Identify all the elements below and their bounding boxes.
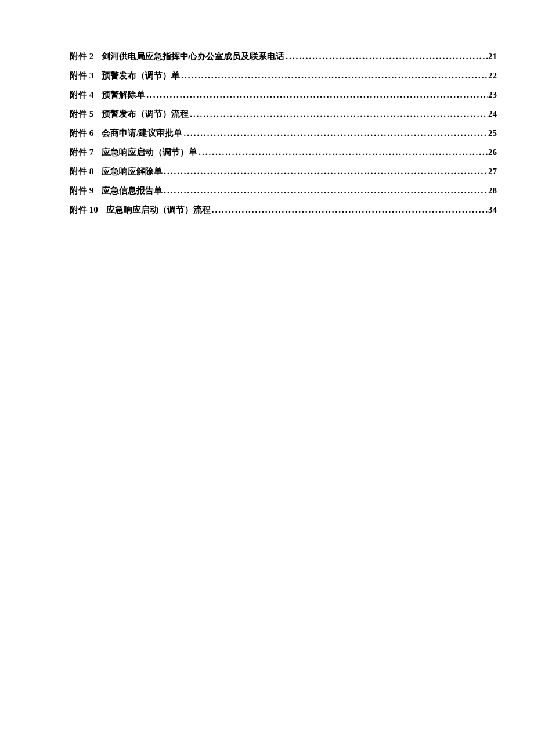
toc-page: 28: [488, 186, 497, 196]
toc-dots: [145, 90, 488, 100]
toc-label: 附件 2: [70, 51, 93, 62]
toc-entry: 附件 3 预警发布（调节）单 22: [70, 70, 497, 81]
toc-page: 34: [488, 205, 497, 215]
toc-label: 附件 7: [70, 147, 93, 158]
toc-label: 附件 8: [70, 166, 93, 177]
toc-entry: 附件 10 应急响应启动（调节）流程 34: [70, 204, 497, 215]
toc-title: 剑河供电局应急指挥中心办公室成员及联系电话: [102, 51, 284, 62]
toc-title: 预警发布（调节）流程: [102, 109, 189, 120]
toc-page: 25: [488, 128, 497, 138]
toc-entry: 附件 2 剑河供电局应急指挥中心办公室成员及联系电话 21: [70, 51, 497, 62]
toc-page: 21: [488, 52, 497, 62]
toc-page: 23: [488, 90, 497, 100]
toc-title: 应急响应启动（调节）单: [102, 147, 197, 158]
toc-entry: 附件 6 会商申请/建议审批单 25: [70, 128, 497, 139]
toc-title: 应急响应启动（调节）流程: [106, 204, 211, 215]
toc-label: 附件 4: [70, 89, 93, 100]
toc-entry: 附件 5 预警发布（调节）流程 24: [70, 109, 497, 120]
toc-page: 26: [488, 147, 497, 157]
toc-title: 会商申请/建议审批单: [102, 128, 182, 139]
toc-label: 附件 9: [70, 185, 93, 196]
toc-dots: [197, 147, 488, 157]
toc-entry: 附件 4 预警解除单 23: [70, 89, 497, 100]
toc-title: 应急信息报告单: [102, 185, 163, 196]
toc-dots: [284, 52, 488, 62]
toc-title: 预警解除单: [102, 89, 145, 100]
toc-dots: [163, 186, 488, 196]
toc-title: 应急响应解除单: [102, 166, 163, 177]
toc-dots: [180, 71, 488, 81]
toc-entry: 附件 7 应急响应启动（调节）单 26: [70, 147, 497, 158]
toc-page: 24: [488, 109, 497, 119]
toc-entry: 附件 8 应急响应解除单 27: [70, 166, 497, 177]
toc-dots: [211, 205, 488, 215]
toc-title: 预警发布（调节）单: [102, 70, 180, 81]
toc-label: 附件 6: [70, 128, 93, 139]
toc-dots: [182, 128, 488, 138]
toc-page: 27: [488, 167, 497, 177]
toc-container: 附件 2 剑河供电局应急指挥中心办公室成员及联系电话 21 附件 3 预警发布（…: [70, 51, 497, 215]
toc-label: 附件 10: [70, 204, 98, 215]
toc-label: 附件 3: [70, 70, 93, 81]
toc-page: 22: [488, 71, 497, 81]
toc-entry: 附件 9 应急信息报告单 28: [70, 185, 497, 196]
toc-dots: [163, 167, 488, 177]
toc-label: 附件 5: [70, 109, 93, 120]
toc-dots: [189, 109, 488, 119]
